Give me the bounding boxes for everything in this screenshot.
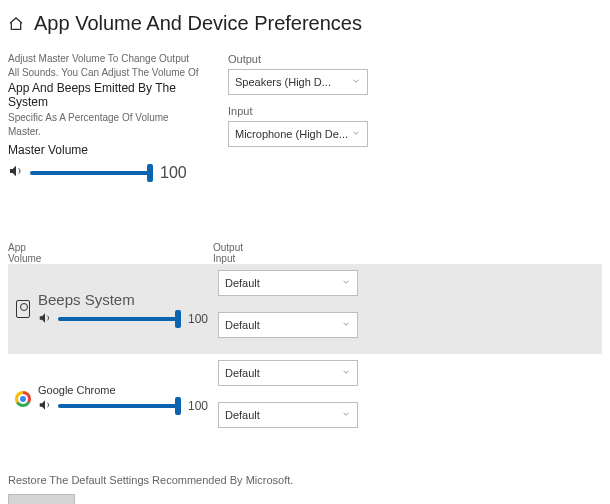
app-volume-slider[interactable]: [58, 404, 178, 408]
page-title: App Volume And Device Preferences: [34, 12, 362, 35]
app-list-header: App Volume Output Input: [8, 242, 602, 264]
app-volume-slider[interactable]: [58, 317, 178, 321]
app-name: Google Chrome: [38, 384, 214, 396]
chevron-down-icon: [341, 409, 351, 421]
master-desc-line: All Sounds. You Can Adjust The Volume Of: [8, 67, 208, 78]
system-sounds-icon: [12, 300, 34, 318]
chevron-down-icon: [341, 319, 351, 331]
device-section: Output Speakers (High D... Input Microph…: [228, 53, 378, 182]
app-input-select[interactable]: Default: [218, 402, 358, 428]
output-device-value: Speakers (High D...: [235, 76, 331, 88]
master-desc-line: Adjust Master Volume To Change Output: [8, 53, 208, 64]
app-input-value: Default: [225, 409, 260, 421]
reset-button[interactable]: Reset: [8, 494, 75, 504]
master-volume-value: 100: [160, 164, 187, 182]
master-volume-slider[interactable]: [30, 171, 150, 175]
speaker-icon: [8, 163, 24, 182]
app-volume-value: 100: [188, 399, 208, 413]
output-device-label: Output: [228, 53, 378, 65]
app-output-select[interactable]: Default: [218, 360, 358, 386]
master-desc-line: Specific As A Percentage Of Volume: [8, 112, 208, 123]
output-device-select[interactable]: Speakers (High D...: [228, 69, 368, 95]
speaker-icon: [38, 311, 52, 328]
chevron-down-icon: [341, 277, 351, 289]
chrome-icon: [12, 391, 34, 407]
app-row: Google Chrome 100 Default Default: [8, 354, 602, 444]
master-section: Adjust Master Volume To Change Output Al…: [8, 53, 208, 182]
home-icon[interactable]: [8, 16, 24, 32]
app-output-value: Default: [225, 277, 260, 289]
app-col-label: Volume: [8, 253, 213, 264]
input-col-label: Input: [213, 253, 363, 264]
app-input-value: Default: [225, 319, 260, 331]
app-output-value: Default: [225, 367, 260, 379]
input-device-select[interactable]: Microphone (High De...: [228, 121, 368, 147]
app-volume-value: 100: [188, 312, 208, 326]
app-col-label: App: [8, 242, 213, 253]
master-desc-line: App And Beeps Emitted By The System: [8, 81, 208, 109]
chevron-down-icon: [351, 76, 361, 88]
app-name: Beeps System: [38, 291, 214, 308]
restore-defaults-text: Restore The Default Settings Recommended…: [8, 474, 602, 486]
input-device-label: Input: [228, 105, 378, 117]
input-device-value: Microphone (High De...: [235, 128, 348, 140]
master-desc-line: Master.: [8, 126, 208, 137]
chevron-down-icon: [351, 128, 361, 140]
page-header: App Volume And Device Preferences: [8, 12, 602, 35]
chevron-down-icon: [341, 367, 351, 379]
app-list-section: App Volume Output Input Beeps System 100: [8, 242, 602, 444]
app-row: Beeps System 100 Default Default: [8, 264, 602, 354]
output-col-label: Output: [213, 242, 363, 253]
master-volume-label: Master Volume: [8, 143, 208, 157]
app-output-select[interactable]: Default: [218, 270, 358, 296]
speaker-icon: [38, 398, 52, 415]
app-input-select[interactable]: Default: [218, 312, 358, 338]
